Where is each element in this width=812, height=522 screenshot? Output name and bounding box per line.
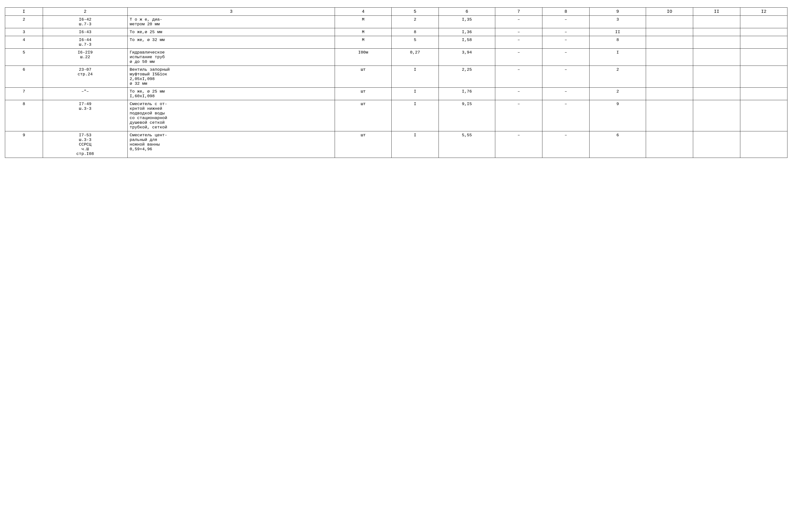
cell-row8-col9: 6 [589,132,646,158]
cell-row2-col12 [740,28,788,36]
cell-row8-col11 [693,132,740,158]
cell-row5-col12 [740,66,788,88]
cell-row4-col1: 5 [5,48,43,66]
cell-row3-col2: I6-44 ш.7-3 [43,36,127,48]
cell-row4-col11 [693,48,740,66]
cell-row8-col8: – [542,132,589,158]
cell-row3-col7: – [495,36,542,48]
cell-row5-col1: 6 [5,66,43,88]
cell-row1-col12 [740,16,788,28]
cell-row6-col1: 7 [5,88,43,100]
cell-row1-col4: М [335,16,391,28]
cell-row2-col5: 8 [391,28,439,36]
cell-row3-col5: 5 [391,36,439,48]
cell-row5-col11 [693,66,740,88]
table-header-row: I 2 3 4 5 6 7 8 9 IO II I2 [5,7,788,16]
cell-row7-col7: – [495,100,542,132]
cell-row3-col4: М [335,36,391,48]
col-header-1: I [5,7,43,16]
cell-row7-col6: 9,I5 [439,100,495,132]
cell-row6-col8: – [542,88,589,100]
cell-row4-col6: 3,94 [439,48,495,66]
cell-row3-col6: I,58 [439,36,495,48]
cell-row1-col5: 2 [391,16,439,28]
cell-row1-col1: 2 [5,16,43,28]
cell-row6-col12 [740,88,788,100]
cell-row4-col9: I [589,48,646,66]
cell-row2-col8: – [542,28,589,36]
cell-row8-col7: – [495,132,542,158]
cell-row6-col7: – [495,88,542,100]
cell-row8-col10 [646,132,693,158]
cell-row5-col9: 2 [589,66,646,88]
cell-row6-col2: –"– [43,88,127,100]
cell-row6-col4: шт [335,88,391,100]
cell-row7-col1: 8 [5,100,43,132]
table-row: 5I6-2I9 ш.22Гидравлическое испытание тру… [5,48,788,66]
cell-row7-col4: шт [335,100,391,132]
cell-row5-col8: – [542,66,589,88]
table-row: 3I6-43То же,ø 25 ммМ8I,36––II [5,28,788,36]
table-row: 9I7-53 ш.3-3 ССРСЦ ч.Ш стр.I08Смеситель … [5,132,788,158]
cell-row2-col7: – [495,28,542,36]
cell-row3-col12 [740,36,788,48]
cell-row8-col6: 5,55 [439,132,495,158]
cell-row1-col9: 3 [589,16,646,28]
col-header-10: IO [646,7,693,16]
col-header-5: 5 [391,7,439,16]
cell-row8-col1: 9 [5,132,43,158]
col-header-9: 9 [589,7,646,16]
cell-row7-col2: I7-49 ш.3-3 [43,100,127,132]
cell-row3-col11 [693,36,740,48]
cell-row1-col11 [693,16,740,28]
cell-row4-col7: – [495,48,542,66]
col-header-11: II [693,7,740,16]
cell-row3-col8: – [542,36,589,48]
cell-row3-col3: То же, ø 32 мм [128,36,335,48]
table-row: 2I6-42 ш.7-3Т о ж е, диа- метром 20 ммМ2… [5,16,788,28]
cell-row2-col1: 3 [5,28,43,36]
cell-row3-col9: 8 [589,36,646,48]
cell-row6-col10 [646,88,693,100]
cell-row1-col6: I,35 [439,16,495,28]
table-row: 7–"–То же, ø 25 мм I,60хI,098штII,76––2 [5,88,788,100]
cell-row8-col4: шт [335,132,391,158]
cell-row1-col10 [646,16,693,28]
col-header-3: 3 [128,7,335,16]
cell-row1-col3: Т о ж е, диа- метром 20 мм [128,16,335,28]
col-header-7: 7 [495,7,542,16]
cell-row4-col8: – [542,48,589,66]
cell-row4-col3: Гидравлическое испытание труб ø до 50 мм [128,48,335,66]
cell-row7-col3: Смеситель с от- крнтой нижней подводкой … [128,100,335,132]
cell-row7-col11 [693,100,740,132]
cell-row4-col12 [740,48,788,66]
cell-row5-col7: – [495,66,542,88]
cell-row7-col9: 9 [589,100,646,132]
page-container: I 2 3 4 5 6 7 8 9 IO II I2 2I6-42 ш.7-3Т… [5,7,807,158]
cell-row5-col3: Вентиль запорный муфтовый I5Б1ок 2,05хI,… [128,66,335,88]
cell-row6-col3: То же, ø 25 мм I,60хI,098 [128,88,335,100]
cell-row6-col11 [693,88,740,100]
cell-row2-col3: То же,ø 25 мм [128,28,335,36]
cell-row2-col10 [646,28,693,36]
cell-row8-col5: I [391,132,439,158]
cell-row4-col5: 0,27 [391,48,439,66]
cell-row4-col10 [646,48,693,66]
cell-row5-col5: I [391,66,439,88]
cell-row8-col12 [740,132,788,158]
cell-row3-col10 [646,36,693,48]
cell-row4-col2: I6-2I9 ш.22 [43,48,127,66]
col-header-6: 6 [439,7,495,16]
cell-row1-col2: I6-42 ш.7-3 [43,16,127,28]
cell-row2-col6: I,36 [439,28,495,36]
cell-row2-col9: II [589,28,646,36]
cell-row8-col3: Смеситель цент- ральный для ножной ванны… [128,132,335,158]
cell-row7-col5: I [391,100,439,132]
cell-row6-col9: 2 [589,88,646,100]
cell-row1-col7: – [495,16,542,28]
cell-row5-col4: шт [335,66,391,88]
cell-row8-col2: I7-53 ш.3-3 ССРСЦ ч.Ш стр.I08 [43,132,127,158]
cell-row1-col8: – [542,16,589,28]
table-row: 8I7-49 ш.3-3Смеситель с от- крнтой нижне… [5,100,788,132]
cell-row7-col12 [740,100,788,132]
